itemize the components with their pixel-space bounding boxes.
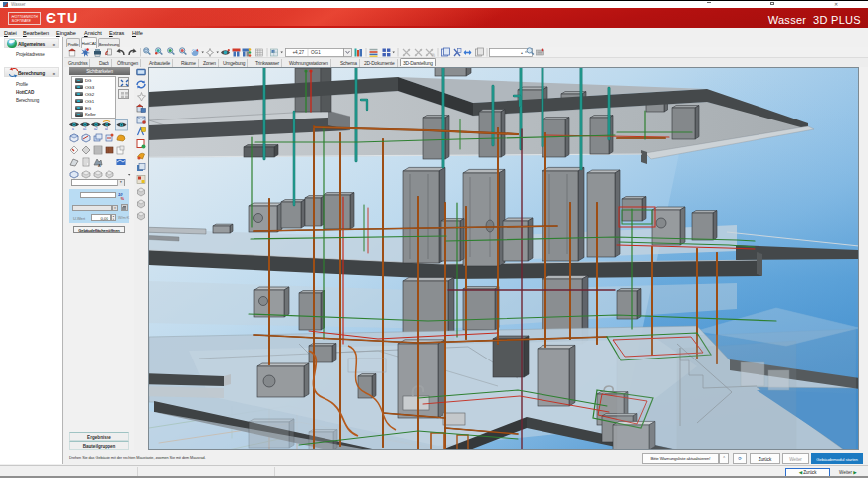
svg-text:%: %	[120, 195, 124, 199]
svg-text:•: •	[521, 50, 523, 56]
svg-text:a2: a2	[94, 127, 98, 131]
svg-text:A: A	[98, 163, 101, 168]
svg-text:a: a	[72, 127, 74, 131]
svg-text:a3: a3	[105, 127, 108, 131]
svg-text:a1: a1	[83, 127, 87, 131]
svg-text:+4,27: +4,27	[292, 50, 304, 55]
svg-text:OG1: OG1	[311, 50, 321, 55]
